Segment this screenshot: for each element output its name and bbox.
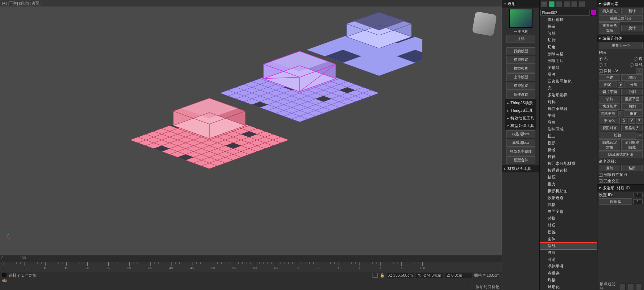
modifier-item[interactable]: 删除面片 — [540, 57, 597, 64]
tessellate-btn[interactable]: 细化 — [625, 110, 643, 117]
motion-tab-icon[interactable] — [564, 1, 570, 8]
add-time-marker[interactable]: 添加时间标记 — [476, 284, 500, 290]
modifier-item[interactable]: 折缝 — [540, 146, 597, 153]
modify-tab-icon[interactable] — [548, 1, 555, 8]
modifier-item[interactable]: 切角 — [540, 44, 597, 50]
modifier-item[interactable]: 切片 — [540, 37, 597, 44]
modifier-item[interactable]: 拉伸 — [540, 153, 597, 160]
plugin-section-2[interactable]: ▸特效动画工具 — [505, 114, 536, 122]
time-ruler[interactable]: 0 100 — [0, 255, 502, 262]
repeat-last-btn[interactable]: 重复上一个 — [599, 43, 643, 49]
hierarchy-tab-icon[interactable] — [556, 1, 562, 8]
plugin-section-0[interactable]: ▸ThingJS场景 — [505, 99, 536, 107]
plugin-section-3[interactable]: ▾模型处理工具 — [505, 122, 536, 129]
quickslice-btn[interactable]: 快速切片 — [599, 103, 620, 110]
modifier-item[interactable]: 对称 — [540, 98, 597, 105]
paste-btn[interactable]: 粘贴 — [621, 165, 643, 171]
plugin-btn-1[interactable]: 模型设置 — [506, 56, 535, 64]
modifier-item[interactable]: 删除网格 — [540, 50, 597, 57]
del-iso-check[interactable]: ✓ — [599, 173, 602, 177]
filter-icon-2[interactable] — [628, 284, 634, 290]
rollout-edit-geometry[interactable]: ▾编辑几何体 — [597, 35, 644, 42]
modifier-item[interactable]: 法线 — [540, 242, 597, 249]
utilities-tab-icon[interactable] — [579, 1, 585, 8]
select-id-spinner[interactable] — [633, 199, 643, 204]
insert-vertex-btn[interactable]: 插入顶点 — [599, 8, 620, 14]
modifier-item[interactable]: 按元素分配材质 — [540, 160, 597, 167]
constraint-face-radio[interactable] — [599, 63, 602, 67]
unhide-all-btn[interactable]: 全部取消隐藏 — [621, 139, 643, 151]
cut-btn[interactable]: 切割 — [621, 103, 643, 110]
collapse-btn[interactable]: 塌陷 — [621, 74, 643, 81]
msmooth-btn[interactable]: 网格平滑 — [599, 110, 617, 117]
modifier-item[interactable]: 属性承载器 — [540, 105, 597, 112]
create-btn[interactable]: 创建 — [599, 74, 620, 81]
attach-list-btn[interactable]: ▾ — [618, 82, 623, 88]
modifier-item[interactable]: 焊接 — [540, 277, 597, 284]
object-name-field[interactable] — [540, 10, 590, 16]
script-listener-icon[interactable] — [2, 273, 6, 277]
modifier-item[interactable]: 影响区域 — [540, 126, 597, 133]
plugin-section-1[interactable]: ▸ThingJS工具 — [505, 107, 536, 114]
modifier-item[interactable]: 晶格 — [540, 201, 597, 208]
modifier-item[interactable]: 材质 — [540, 222, 597, 229]
modifier-item[interactable]: 球形化 — [540, 284, 597, 290]
modifier-item[interactable]: 保留 — [540, 23, 597, 30]
user-avatar[interactable] — [509, 9, 532, 28]
full-inter-check[interactable]: ✓ — [599, 179, 602, 183]
filter-icon-3[interactable] — [636, 284, 642, 290]
modifier-item[interactable]: 变形器 — [540, 64, 597, 71]
modifier-item[interactable]: 弯曲 — [540, 119, 597, 126]
preserve-uv-settings[interactable]: ▫ — [636, 68, 643, 74]
select-id-btn[interactable]: 选择 ID — [599, 198, 632, 205]
modifier-item[interactable]: 噪波 — [540, 71, 597, 78]
rollout-poly-material[interactable]: ▾多边形: 材质 ID — [597, 185, 644, 192]
modifier-item[interactable]: 涟漪 — [540, 256, 597, 263]
msmooth-opt[interactable]: ▫ — [618, 111, 623, 117]
modelproc-btn-2[interactable]: 模型名字整理 — [506, 148, 535, 155]
reset-plane-btn[interactable]: 重置平面 — [621, 96, 643, 102]
flip-btn[interactable]: 翻转 — [621, 8, 643, 14]
planar-x[interactable]: X — [621, 118, 627, 124]
relax-opt[interactable]: ▫ — [638, 133, 643, 138]
modifier-item[interactable]: 松弛 — [540, 229, 597, 236]
retri-btn[interactable]: 重复三角算法 — [599, 22, 620, 34]
constraint-none-radio[interactable] — [599, 57, 602, 61]
coord-z[interactable]: Z:0.0cm — [445, 273, 472, 278]
modifier-item[interactable]: 多边形选择 — [540, 92, 597, 98]
view-cube[interactable] — [472, 11, 497, 36]
grid-align-btn[interactable]: 栅格对齐 — [621, 125, 643, 131]
lock-icon[interactable]: 🔒 — [380, 273, 385, 278]
detach-btn[interactable]: 分离 — [625, 82, 643, 88]
modifier-item[interactable]: 扭曲 — [540, 133, 597, 140]
modelproc-btn-3[interactable]: 模型合并 — [506, 156, 535, 164]
constraint-edge-radio[interactable] — [634, 57, 638, 61]
slice-btn[interactable]: 切片 — [599, 96, 620, 102]
view-align-btn[interactable]: 视图对齐 — [599, 125, 620, 131]
planar-z[interactable]: Z — [636, 118, 643, 124]
plugin-btn-3[interactable]: 上传模型 — [506, 73, 535, 81]
slice-plane-btn[interactable]: 切片平面 — [599, 89, 620, 95]
modifier-item[interactable]: 曲面变形 — [540, 208, 597, 215]
modifier-item[interactable]: 替换 — [540, 215, 597, 222]
modifier-item[interactable]: 平滑 — [540, 112, 597, 119]
plugin-btn-5[interactable]: 插件设置 — [506, 91, 535, 98]
modifier-item[interactable]: 四边形网格化 — [540, 78, 597, 85]
display-tab-icon[interactable] — [571, 1, 578, 8]
rotate-btn[interactable]: 旋转 — [621, 25, 643, 31]
modifier-item[interactable]: 柔体 — [540, 236, 597, 242]
timeline[interactable]: 0510152025303540455055606570758085909510… — [0, 262, 502, 272]
isolate-icon[interactable] — [373, 273, 378, 278]
modifier-item[interactable]: 推力 — [540, 181, 597, 188]
modifier-item[interactable]: 体积选择 — [540, 16, 597, 23]
plugin-btn-0[interactable]: 我的模型 — [506, 47, 535, 55]
constraint-normal-radio[interactable] — [630, 63, 634, 67]
modifier-item[interactable]: 倾斜 — [540, 30, 597, 37]
hide-sel-btn[interactable]: 隐藏选定对象 — [599, 139, 620, 151]
create-tab-icon[interactable]: + — [541, 1, 547, 8]
attach-btn[interactable]: 附加 — [599, 82, 617, 88]
split-btn[interactable]: 分割 — [621, 89, 643, 95]
modifier-item[interactable]: 投影 — [540, 140, 597, 146]
modifier-item[interactable]: 数据通道 — [540, 194, 597, 201]
copy-btn[interactable]: 复制 — [599, 165, 620, 171]
